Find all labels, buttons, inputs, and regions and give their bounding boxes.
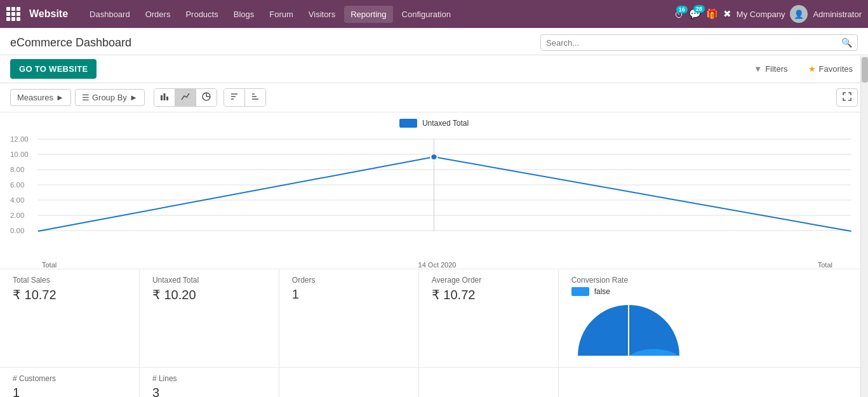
chart-type-group (154, 88, 217, 107)
app-grid-icon[interactable] (6, 7, 20, 21)
filters-button[interactable]: ▼ Filters (749, 62, 792, 76)
svg-text:8.00: 8.00 (10, 166, 24, 173)
nav-reporting[interactable]: Reporting (344, 6, 392, 23)
admin-name[interactable]: Administrator (813, 10, 862, 19)
stat-empty-3 (559, 368, 868, 397)
chat-icon[interactable]: 💬 28 (689, 8, 701, 20)
pie-chart (571, 299, 686, 359)
company-name[interactable]: My Company (737, 10, 785, 19)
svg-rect-2 (166, 97, 168, 100)
stat-customers: # Customers 1 (0, 368, 140, 397)
filter-bar: GO TO WEBSITE ▼ Filters ★ Favorites (0, 55, 868, 83)
stat-orders: Orders 1 (279, 269, 419, 367)
wrench-icon[interactable]: ✖ (723, 8, 731, 20)
sort-desc-button[interactable] (245, 89, 265, 106)
stat-untaxed-total: Untaxed Total ₹ 10.20 (140, 269, 279, 367)
svg-text:2.00: 2.00 (10, 212, 24, 219)
stat-empty-2 (419, 368, 559, 397)
conversion-rate-section: Conversion Rate false (559, 269, 868, 367)
group-by-icon: ☰ (82, 93, 90, 102)
nav-items: Dashboard Orders Products Blogs Forum Vi… (83, 6, 671, 23)
orders-value: 1 (292, 287, 406, 302)
untaxed-total-label: Untaxed Total (152, 276, 266, 285)
conversion-rate-label: Conversion Rate (571, 276, 855, 285)
total-sales-value: ₹ 10.72 (13, 287, 126, 302)
legend-color-swatch (399, 119, 417, 128)
chart-area: Untaxed Total 12.00 10.00 8.00 6.00 4.00… (0, 112, 868, 269)
header-bar: eCommerce Dashboard 🔍 (0, 28, 868, 55)
toolbar: Measures ► ☰ Group By ► (0, 83, 868, 112)
star-icon: ★ (808, 64, 816, 74)
avatar[interactable]: 👤 (790, 5, 808, 23)
stat-empty-1 (279, 368, 419, 397)
line-chart-button[interactable] (175, 89, 196, 106)
nav-blogs[interactable]: Blogs (227, 6, 261, 23)
group-by-arrow: ► (130, 93, 138, 102)
x-label-right: Total (818, 261, 832, 269)
search-box[interactable]: 🔍 (540, 34, 858, 51)
x-label-center: 14 Oct 2020 (418, 261, 457, 269)
filter-icon: ▼ (754, 64, 762, 74)
chart-svg: 12.00 10.00 8.00 6.00 4.00 2.00 0.00 (10, 133, 858, 260)
favorites-label: Favorites (819, 64, 853, 74)
customers-label: # Customers (13, 374, 126, 383)
svg-text:12.00: 12.00 (10, 135, 29, 143)
bar-chart-button[interactable] (154, 89, 175, 106)
stat-lines: # Lines 3 (140, 368, 279, 397)
svg-rect-1 (163, 93, 165, 100)
orders-label: Orders (292, 276, 406, 285)
expand-button[interactable] (836, 88, 858, 107)
nav-right: ⏲ 16 💬 28 🎁 ✖ My Company 👤 Administrator (674, 5, 862, 23)
svg-point-27 (431, 154, 437, 160)
scrollbar-thumb[interactable] (862, 57, 868, 83)
lines-label: # Lines (152, 374, 266, 383)
page-title: eCommerce Dashboard (10, 36, 533, 50)
nav-orders[interactable]: Orders (139, 6, 177, 23)
untaxed-total-value: ₹ 10.20 (152, 287, 266, 302)
measures-arrow: ► (56, 93, 64, 102)
total-sales-label: Total Sales (13, 276, 126, 285)
stats-row-2: # Customers 1 # Lines 3 (0, 367, 868, 397)
sort-asc-button[interactable] (224, 89, 245, 106)
conversion-legend-label: false (594, 287, 610, 296)
group-by-button[interactable]: ☰ Group By ► (75, 89, 145, 106)
pie-chart-button[interactable] (196, 89, 217, 106)
nav-configuration[interactable]: Configuration (396, 6, 457, 23)
top-navigation: Website Dashboard Orders Products Blogs … (0, 0, 868, 28)
favorites-button[interactable]: ★ Favorites (803, 62, 858, 76)
chart-legend: Untaxed Total (10, 119, 858, 128)
group-by-label: Group By (92, 93, 127, 102)
goto-website-button[interactable]: GO TO WEBSITE (10, 59, 97, 79)
filter-label: Filters (765, 64, 787, 74)
svg-text:0.00: 0.00 (10, 227, 24, 234)
stats-row-1: Total Sales ₹ 10.72 Untaxed Total ₹ 10.2… (0, 269, 868, 367)
content-area: eCommerce Dashboard 🔍 GO TO WEBSITE ▼ Fi… (0, 28, 868, 397)
clock-badge: 16 (676, 6, 688, 13)
measures-label: Measures (17, 93, 53, 102)
legend-label: Untaxed Total (422, 119, 469, 128)
svg-text:6.00: 6.00 (10, 181, 24, 189)
chat-badge: 28 (693, 5, 705, 13)
conversion-legend: false (571, 287, 855, 296)
x-label-left: Total (42, 261, 57, 269)
gift-icon[interactable]: 🎁 (706, 8, 718, 20)
average-order-label: Average Order (432, 276, 545, 285)
chart-container: 12.00 10.00 8.00 6.00 4.00 2.00 0.00 (10, 133, 858, 260)
nav-dashboard[interactable]: Dashboard (83, 6, 137, 23)
average-order-value: ₹ 10.72 (432, 287, 545, 302)
measures-button[interactable]: Measures ► (10, 89, 71, 106)
app-name[interactable]: Website (29, 8, 68, 20)
svg-text:10.00: 10.00 (10, 151, 29, 158)
nav-products[interactable]: Products (179, 6, 224, 23)
search-input[interactable] (546, 38, 841, 48)
nav-forum[interactable]: Forum (263, 6, 300, 23)
customers-value: 1 (13, 386, 126, 397)
lines-value: 3 (152, 386, 266, 397)
stat-total-sales: Total Sales ₹ 10.72 (0, 269, 140, 367)
nav-visitors[interactable]: Visitors (302, 6, 342, 23)
chart-x-labels: Total 14 Oct 2020 Total (10, 260, 858, 269)
clock-icon[interactable]: ⏲ 16 (674, 9, 684, 20)
scrollbar[interactable] (860, 56, 868, 397)
stat-average-order: Average Order ₹ 10.72 (419, 269, 559, 367)
search-icon[interactable]: 🔍 (841, 37, 852, 48)
